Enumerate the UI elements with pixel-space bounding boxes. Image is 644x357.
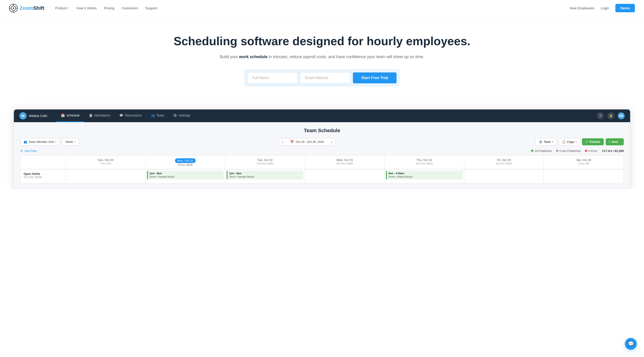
nav-login[interactable]: Login (601, 6, 609, 10)
open-shifts-tue[interactable]: 1pm - 8pm Sever • Hanalei Beach (225, 169, 305, 183)
shift-card[interactable]: 9am - 4:30pm Sever • Wailea Beach (386, 171, 463, 180)
header-mon: Mon, Oct 21 15 hrs / $156 (146, 156, 226, 169)
hero-form: Start Free Trial (244, 69, 400, 86)
nav-link-how-it-works[interactable]: How It Works (76, 6, 96, 10)
not-published-stat: 0 Not Published (556, 149, 580, 153)
team-icon: 👥 (151, 114, 155, 117)
nav-new-employees[interactable]: New Employees (570, 6, 594, 10)
app-nav-attendance[interactable]: 📋 Attendance (84, 109, 115, 122)
published-stat: 16 Published (531, 149, 552, 153)
discussions-icon: 💬 (119, 114, 123, 117)
hero-title: Scheduling software designed for hourly … (9, 34, 635, 48)
date-navigator: ‹ 📅 Oct 20 - Oct 26, 2019 › (81, 138, 533, 146)
header-thu: Thu, Oct 24 29.5 hrs / $316 (384, 156, 464, 169)
app-nav-settings[interactable]: ⚙️ Settings (168, 109, 195, 122)
gear-icon: ⚙️ (539, 140, 542, 144)
chevron-down-icon: ▾ (74, 141, 76, 143)
app-nav-schedule[interactable]: 📅 Schedule (56, 109, 84, 122)
open-shifts-sat[interactable] (544, 169, 624, 183)
schedule-title: Team Schedule (20, 128, 624, 134)
date-range-display: 📅 Oct 20 - Oct 26, 2019 (286, 139, 328, 145)
chevron-down-icon: ▾ (55, 141, 56, 143)
chevron-down-icon: ▾ (575, 140, 577, 143)
next-week-button[interactable]: › (328, 138, 336, 145)
brand-name: Wailea Cafe (29, 114, 47, 118)
app-nav-discussions[interactable]: 💬 Discussions (115, 109, 146, 122)
open-shifts-fri[interactable] (464, 169, 544, 183)
full-name-input[interactable] (248, 72, 298, 83)
open-shifts-mon[interactable]: 1pm - 8pm Sever • Hanalei Beach (146, 169, 226, 183)
header-fri: Fri, Oct 25 14.5 hrs / $167 (464, 156, 544, 169)
svg-point-2 (13, 7, 14, 9)
not-published-dot (556, 150, 558, 152)
filter-row: ▼ Add Filter 16 Published 0 Not Publishe… (20, 149, 624, 153)
calendar-icon: 📅 (290, 140, 294, 144)
app-nav-right: ? ⚡ BB (597, 112, 625, 119)
main-nav: ZoomShift Product ▾ How It Works Pricing… (0, 0, 644, 16)
total-stat: 117 hrs / $1,269 (602, 149, 624, 153)
new-button[interactable]: + New ▾ (606, 138, 624, 145)
shift-card[interactable]: 1pm - 8pm Sever • Hanalei Beach (226, 171, 303, 180)
app-content: Team Schedule 👥 Team Member Grid ▾ Week … (14, 122, 630, 189)
attendance-icon: 📋 (89, 114, 93, 117)
publish-button[interactable]: ✓ Publish (582, 138, 604, 145)
chevron-down-icon: ▾ (552, 140, 553, 143)
start-free-trial-button[interactable]: Start Free Trial (353, 72, 396, 83)
logo-icon (9, 4, 18, 12)
tools-button[interactable]: ⚙️ Tools ▾ (536, 138, 557, 146)
header-sun: Sun, Oct 20 7 hrs / $77 (66, 156, 146, 169)
app-brand: W Wailea Cafe (19, 112, 47, 119)
settings-icon: ⚙️ (173, 114, 177, 117)
grid-corner (20, 156, 66, 169)
schedule-toolbar: 👥 Team Member Grid ▾ Week ▾ ‹ 📅 Oct 20 -… (20, 138, 624, 146)
nav-link-support[interactable]: Support (146, 6, 158, 10)
grid-icon: 👥 (24, 140, 27, 144)
grid-header: Sun, Oct 20 7 hrs / $77 Mon, Oct 21 15 h… (20, 156, 624, 169)
filter-icon: ▼ (20, 149, 23, 153)
nav-links: Product ▾ How It Works Pricing Customers… (55, 6, 570, 10)
add-filter-button[interactable]: ▼ Add Filter (20, 149, 37, 153)
header-wed: Wed, Oct 23 29.5 hrs / $309 (305, 156, 385, 169)
app-nav-links: 📅 Schedule 📋 Attendance 💬 Discussions 👥 … (56, 109, 597, 122)
open-shifts-wed[interactable] (305, 169, 385, 183)
shift-card[interactable]: 1pm - 8pm Sever • Hanalei Beach (147, 171, 224, 180)
view-selector[interactable]: 👥 Team Member Grid ▾ (20, 138, 60, 146)
chevron-down-icon: ▾ (619, 140, 620, 143)
error-dot: ! (585, 150, 587, 152)
filter-stats: 16 Published 0 Not Published ! 0 Error 1… (531, 149, 624, 153)
chevron-down-icon: ▾ (68, 6, 69, 9)
open-shifts-thu[interactable]: 9am - 4:30pm Sever • Wailea Beach (384, 169, 464, 183)
nav-link-product[interactable]: Product ▾ (55, 6, 69, 10)
error-stat: ! 0 Error (585, 149, 598, 153)
check-icon: ✓ (586, 140, 588, 144)
plus-icon: + (609, 140, 610, 144)
email-input[interactable] (300, 72, 350, 83)
hero-subtitle: Build your work schedule in minutes, red… (9, 54, 635, 60)
open-shifts-label: Open Shifts 21.5 hrs / $244 (20, 169, 66, 183)
copy-button[interactable]: 📋 Copy ▾ (558, 138, 580, 146)
brand-avatar: W (19, 112, 26, 119)
period-selector[interactable]: Week ▾ (62, 138, 79, 146)
app-navbar: W Wailea Cafe 📅 Schedule 📋 Attendance 💬 … (14, 109, 630, 122)
prev-week-button[interactable]: ‹ (279, 138, 286, 145)
lightning-icon[interactable]: ⚡ (608, 112, 614, 119)
schedule-grid: Sun, Oct 20 7 hrs / $77 Mon, Oct 21 15 h… (20, 155, 624, 183)
nav-link-customers[interactable]: Customers (122, 6, 138, 10)
hero-section: Scheduling software designed for hourly … (0, 16, 644, 100)
demo-button[interactable]: Demo (615, 4, 635, 12)
nav-right: New Employees Login Demo (570, 4, 635, 12)
app-nav-team[interactable]: 👥 Team (146, 109, 168, 122)
logo[interactable]: ZoomShift (9, 4, 44, 12)
help-icon[interactable]: ? (597, 112, 604, 119)
open-shifts-sun[interactable] (66, 169, 146, 183)
nav-link-pricing[interactable]: Pricing (104, 6, 114, 10)
copy-icon: 📋 (562, 140, 566, 144)
user-avatar-icon[interactable]: BB (618, 112, 625, 119)
open-shifts-row: Open Shifts 21.5 hrs / $244 1pm - 8pm Se… (20, 169, 624, 183)
header-sat: Sat, Oct 26 0 hrs / $0 (544, 156, 624, 169)
toolbar-right: ⚙️ Tools ▾ 📋 Copy ▾ ✓ Publish + New ▾ (536, 138, 624, 146)
calendar-icon: 📅 (61, 114, 65, 117)
published-dot (531, 150, 533, 152)
app-screenshot: W Wailea Cafe 📅 Schedule 📋 Attendance 💬 … (14, 109, 630, 189)
logo-text: ZoomShift (20, 5, 44, 11)
